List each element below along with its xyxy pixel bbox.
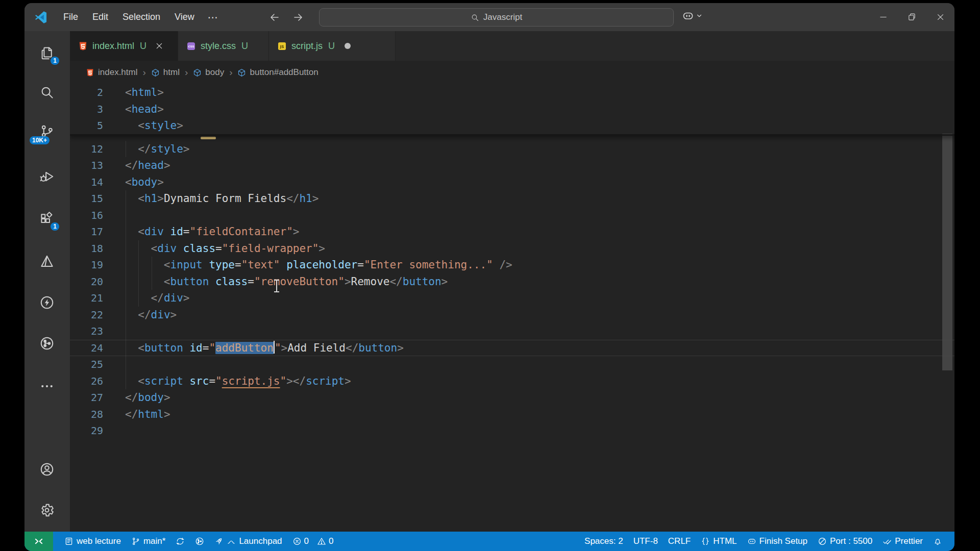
status-item-git-graph-status[interactable] bbox=[190, 537, 209, 546]
activity-item-explorer[interactable]: 1 bbox=[37, 43, 57, 63]
status-item-indentation[interactable]: Spaces: 2 bbox=[579, 536, 628, 546]
status-item-git-branch[interactable]: main* bbox=[126, 536, 170, 546]
branch-icon bbox=[131, 537, 140, 546]
line-content: </body> bbox=[125, 389, 170, 406]
breadcrumb-item-html[interactable]: html bbox=[151, 67, 180, 78]
status-item-problems[interactable]: 00 bbox=[287, 536, 344, 546]
activity-item-settings[interactable] bbox=[37, 500, 57, 520]
copilot-menu[interactable] bbox=[682, 10, 703, 22]
rocket-icon bbox=[214, 537, 224, 546]
activity-item-more-views[interactable] bbox=[37, 376, 57, 396]
menu-more[interactable]: ⋯ bbox=[202, 11, 225, 23]
status-item-live-server-port[interactable]: Port : 5500 bbox=[813, 536, 877, 546]
sticky-scroll: 2<html>3<head>5 <style> bbox=[70, 84, 954, 136]
breadcrumb-item-button-addbutton[interactable]: button#addButton bbox=[237, 67, 318, 78]
code-line-14[interactable]: 14<body> bbox=[70, 174, 954, 191]
forward-arrow-icon[interactable] bbox=[292, 11, 304, 23]
activity-item-extensions[interactable]: 1 bbox=[37, 209, 57, 229]
status-item-launchpad[interactable]: Launchpad bbox=[209, 536, 287, 546]
command-center-search[interactable]: Javascript bbox=[319, 8, 674, 27]
main-area: 110K+1 index.htmlUcssstyle.cssUJSscript.… bbox=[24, 31, 954, 532]
activity-item-thunder-client[interactable] bbox=[37, 292, 57, 313]
status-item-eol[interactable]: CRLF bbox=[663, 536, 696, 546]
editor-group: index.htmlUcssstyle.cssUJSscript.jsU ind… bbox=[70, 31, 954, 532]
badge-extensions: 1 bbox=[51, 222, 59, 231]
activity-item-run-debug[interactable] bbox=[37, 166, 57, 187]
code-line-23[interactable]: 23 bbox=[70, 323, 954, 340]
activity-item-search[interactable] bbox=[37, 82, 57, 103]
close-button[interactable] bbox=[926, 3, 954, 31]
menu-edit[interactable]: Edit bbox=[85, 12, 115, 22]
indent-guide bbox=[126, 257, 126, 273]
tab-close-icon[interactable] bbox=[155, 42, 163, 50]
line-number: 22 bbox=[70, 307, 103, 323]
code-line-22[interactable]: 22 </div> bbox=[70, 307, 954, 323]
restore-button[interactable] bbox=[897, 3, 926, 31]
code-line-25[interactable]: 25 bbox=[70, 356, 954, 373]
indent-guide bbox=[126, 340, 126, 357]
line-content: <html> bbox=[125, 84, 164, 101]
menu-selection[interactable]: Selection bbox=[115, 12, 167, 22]
sticky-line-3[interactable]: 3<head> bbox=[70, 101, 954, 118]
code-line-29[interactable]: 29 bbox=[70, 422, 954, 439]
code-line-16[interactable]: 16 bbox=[70, 207, 954, 224]
code-line-27[interactable]: 27</body> bbox=[70, 389, 954, 406]
activity-item-triangle-extension[interactable] bbox=[37, 251, 57, 271]
status-item-prettier[interactable]: Prettier bbox=[877, 536, 928, 546]
status-item-sync-changes[interactable] bbox=[170, 537, 190, 546]
status-item-workspace[interactable]: web lecture bbox=[59, 536, 126, 546]
code-line-21[interactable]: 21 </div> bbox=[70, 290, 954, 307]
line-content: <h1>Dynamic Form Fields</h1> bbox=[125, 190, 318, 207]
clipped-text-fragment bbox=[201, 137, 216, 139]
unsaved-dot-icon[interactable] bbox=[345, 43, 351, 49]
sticky-line-2[interactable]: 2<html> bbox=[70, 84, 954, 101]
code-line-12[interactable]: 12 </style> bbox=[70, 141, 954, 158]
code-line-19[interactable]: 19 <input type="text" placeholder="Enter… bbox=[70, 257, 954, 273]
status-item-copilot-setup[interactable]: Finish Setup bbox=[742, 536, 813, 546]
activity-item-account[interactable] bbox=[37, 459, 57, 480]
menu-file[interactable]: File bbox=[56, 12, 85, 22]
status-item-language-mode[interactable]: HTML bbox=[696, 536, 742, 546]
activity-item-source-control[interactable]: 10K+ bbox=[37, 121, 57, 141]
code-editor[interactable]: 2<html>3<head>5 <style> 12 </style>13</h… bbox=[70, 84, 954, 532]
tab-style.css[interactable]: cssstyle.cssU bbox=[178, 31, 269, 61]
code-line-28[interactable]: 28</html> bbox=[70, 406, 954, 423]
search-value: Javascript bbox=[483, 12, 523, 22]
indent-guide bbox=[138, 240, 139, 257]
code-line-15[interactable]: 15 <h1>Dynamic Form Fields</h1> bbox=[70, 190, 954, 207]
code-line-17[interactable]: 17 <div id="fieldContainer"> bbox=[70, 223, 954, 240]
code-line-13[interactable]: 13</head> bbox=[70, 157, 954, 174]
problem-count: 0 bbox=[304, 536, 309, 546]
line-content: <button class="removeButton">Remove</but… bbox=[125, 273, 448, 290]
status-label: Spaces: 2 bbox=[584, 536, 623, 546]
status-item-encoding[interactable]: UTF-8 bbox=[628, 536, 663, 546]
file-link[interactable]: script.js bbox=[222, 375, 280, 387]
vertical-scrollbar[interactable] bbox=[942, 134, 952, 370]
activity-item-git-graph[interactable] bbox=[37, 333, 57, 354]
sticky-line-5[interactable]: 5 <style> bbox=[70, 117, 954, 134]
indent-guide bbox=[152, 273, 152, 290]
breadcrumb-item-body[interactable]: body bbox=[193, 67, 224, 78]
code-line-20[interactable]: 20 <button class="removeButton">Remove</… bbox=[70, 273, 954, 290]
line-content: <input type="text" placeholder="Enter so… bbox=[125, 257, 512, 273]
code-line-26[interactable]: 26 <script src="script.js"></script> bbox=[70, 373, 954, 390]
indent-guide bbox=[126, 141, 126, 158]
line-number: 23 bbox=[70, 323, 103, 340]
layout-controls bbox=[776, 3, 817, 31]
menu-view[interactable]: View bbox=[167, 12, 202, 22]
code-line-24[interactable]: 24 <button id="addButton">Add Field</but… bbox=[70, 340, 954, 357]
back-arrow-icon[interactable] bbox=[268, 11, 281, 23]
tab-index.html[interactable]: index.htmlU bbox=[70, 31, 178, 61]
line-number: 15 bbox=[70, 190, 103, 207]
breadcrumb-item-index-html[interactable]: index.html bbox=[86, 67, 137, 78]
window-controls bbox=[869, 3, 954, 31]
minimize-button[interactable] bbox=[869, 3, 897, 31]
status-item-remote-host[interactable] bbox=[24, 532, 53, 551]
tab-script.js[interactable]: JSscript.jsU bbox=[269, 31, 396, 61]
status-item-notifications[interactable] bbox=[928, 537, 947, 546]
status-label: UTF-8 bbox=[633, 536, 658, 546]
line-number: 21 bbox=[70, 290, 103, 307]
code-line-18[interactable]: 18 <div class="field-wrapper"> bbox=[70, 240, 954, 257]
cube-icon bbox=[151, 68, 160, 77]
tab-bar: index.htmlUcssstyle.cssUJSscript.jsU bbox=[70, 31, 954, 61]
